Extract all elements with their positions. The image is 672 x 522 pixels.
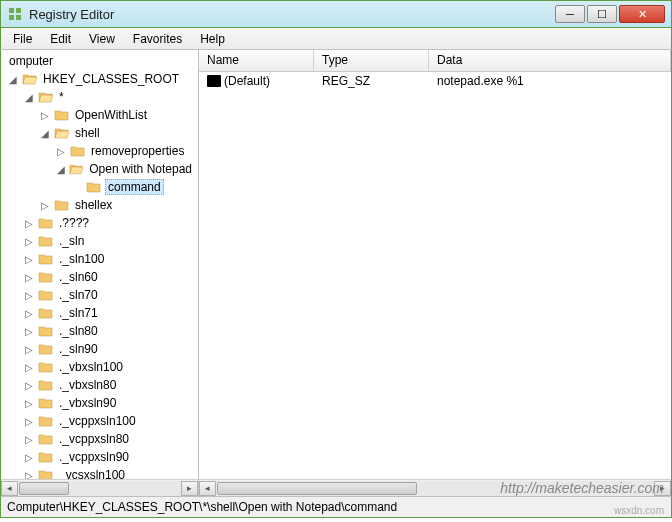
folder-open-icon xyxy=(38,90,54,104)
value-name-cell: (Default) xyxy=(199,74,314,88)
tree-node-ext[interactable]: ▷._sln90 xyxy=(1,340,198,358)
folder-icon xyxy=(54,198,70,212)
menu-help[interactable]: Help xyxy=(192,30,233,48)
expand-icon[interactable]: ▷ xyxy=(23,308,35,319)
menu-view[interactable]: View xyxy=(81,30,123,48)
tree-node-shellex[interactable]: ▷shellex xyxy=(1,196,198,214)
collapse-icon[interactable]: ◢ xyxy=(55,164,66,175)
scroll-right-button[interactable]: ▸ xyxy=(181,481,198,496)
collapse-icon[interactable]: ◢ xyxy=(39,128,51,139)
tree-node-hkcr[interactable]: ◢HKEY_CLASSES_ROOT xyxy=(1,70,198,88)
column-type[interactable]: Type xyxy=(314,50,429,71)
expand-icon[interactable]: ▷ xyxy=(23,272,35,283)
tree-node-ext[interactable]: ▷._sln71 xyxy=(1,304,198,322)
expand-icon[interactable]: ▷ xyxy=(23,434,35,445)
menubar: File Edit View Favorites Help xyxy=(0,28,672,50)
expand-icon[interactable]: ▷ xyxy=(55,146,67,157)
tree-node-command[interactable]: command xyxy=(1,178,198,196)
expand-icon[interactable]: ▷ xyxy=(23,452,35,463)
tree-node-computer[interactable]: omputer xyxy=(1,52,198,70)
menu-edit[interactable]: Edit xyxy=(42,30,79,48)
scroll-right-button[interactable]: ▸ xyxy=(654,481,671,496)
folder-icon xyxy=(38,378,54,392)
main-area: omputer ◢HKEY_CLASSES_ROOT ◢* ▷OpenWithL… xyxy=(0,50,672,496)
tree-node-ext[interactable]: ▷._sln xyxy=(1,232,198,250)
folder-icon xyxy=(38,306,54,320)
folder-icon xyxy=(38,270,54,284)
tree-node-ext[interactable]: ▷._vbxsln90 xyxy=(1,394,198,412)
tree-node-ext[interactable]: ▷._sln70 xyxy=(1,286,198,304)
expand-icon[interactable]: ▷ xyxy=(23,344,35,355)
expand-icon[interactable]: ▷ xyxy=(23,362,35,373)
close-button[interactable]: ✕ xyxy=(619,5,665,23)
folder-open-icon xyxy=(22,72,38,86)
column-data[interactable]: Data xyxy=(429,50,671,71)
scroll-thumb[interactable] xyxy=(217,482,417,495)
tree-node-ext[interactable]: ▷_vcsxsln100 xyxy=(1,466,198,479)
tree-node-ext[interactable]: ▷._sln100 xyxy=(1,250,198,268)
tree-node-ext[interactable]: ▷._vcppxsln80 xyxy=(1,430,198,448)
folder-icon xyxy=(38,342,54,356)
expand-icon[interactable]: ▷ xyxy=(23,290,35,301)
tree-node-openwithnotepad[interactable]: ◢Open with Notepad xyxy=(1,160,198,178)
list-horizontal-scrollbar[interactable]: ◂ ▸ xyxy=(199,479,671,496)
folder-icon xyxy=(38,468,54,479)
folder-icon xyxy=(38,450,54,464)
minimize-button[interactable]: ─ xyxy=(555,5,585,23)
svg-rect-5 xyxy=(16,15,21,20)
scroll-left-button[interactable]: ◂ xyxy=(1,481,18,496)
tree-horizontal-scrollbar[interactable]: ◂ ▸ xyxy=(1,479,198,496)
folder-icon xyxy=(38,252,54,266)
list-header: Name Type Data xyxy=(199,50,671,72)
scroll-left-button[interactable]: ◂ xyxy=(199,481,216,496)
registry-tree[interactable]: omputer ◢HKEY_CLASSES_ROOT ◢* ▷OpenWithL… xyxy=(1,50,198,479)
expand-icon[interactable]: ▷ xyxy=(23,254,35,265)
expand-icon[interactable]: ▷ xyxy=(39,110,51,121)
folder-icon xyxy=(38,288,54,302)
expand-icon[interactable]: ▷ xyxy=(23,218,35,229)
folder-icon xyxy=(38,324,54,338)
scroll-track[interactable] xyxy=(18,481,181,496)
scroll-track[interactable] xyxy=(216,481,654,496)
value-data-cell: notepad.exe %1 xyxy=(429,74,671,88)
expand-icon[interactable]: ▷ xyxy=(23,380,35,391)
expand-icon[interactable]: ▷ xyxy=(39,200,51,211)
tree-node-ext[interactable]: ▷._vbxsln80 xyxy=(1,376,198,394)
expand-icon[interactable]: ▷ xyxy=(23,398,35,409)
expand-icon[interactable]: ▷ xyxy=(23,236,35,247)
tree-node-ext[interactable]: ▷._vbxsln100 xyxy=(1,358,198,376)
tree-node-ext[interactable]: ▷._vcppxsln90 xyxy=(1,448,198,466)
collapse-icon[interactable]: ◢ xyxy=(23,92,35,103)
tree-node-openwithlist[interactable]: ▷OpenWithList xyxy=(1,106,198,124)
tree-node-ext[interactable]: ▷._sln80 xyxy=(1,322,198,340)
menu-file[interactable]: File xyxy=(5,30,40,48)
collapse-icon[interactable]: ◢ xyxy=(7,74,19,85)
tree-node-star[interactable]: ◢* xyxy=(1,88,198,106)
tree-node-ext[interactable]: ▷._sln60 xyxy=(1,268,198,286)
string-value-icon xyxy=(207,74,221,88)
expand-icon[interactable]: ▷ xyxy=(23,416,35,427)
tree-node-ext[interactable]: ▷._vcppxsln100 xyxy=(1,412,198,430)
column-name[interactable]: Name xyxy=(199,50,314,71)
list-body[interactable]: (Default) REG_SZ notepad.exe %1 xyxy=(199,72,671,479)
titlebar: Registry Editor ─ ☐ ✕ xyxy=(0,0,672,28)
scroll-thumb[interactable] xyxy=(19,482,69,495)
folder-icon xyxy=(70,144,86,158)
expand-icon[interactable]: ▷ xyxy=(23,470,35,480)
folder-icon xyxy=(86,180,102,194)
tree-node-removeproperties[interactable]: ▷removeproperties xyxy=(1,142,198,160)
folder-open-icon xyxy=(54,126,70,140)
folder-icon xyxy=(38,360,54,374)
folder-icon xyxy=(54,108,70,122)
maximize-button[interactable]: ☐ xyxy=(587,5,617,23)
svg-rect-4 xyxy=(9,15,14,20)
expand-icon[interactable]: ▷ xyxy=(23,326,35,337)
window-title: Registry Editor xyxy=(29,7,555,22)
menu-favorites[interactable]: Favorites xyxy=(125,30,190,48)
svg-rect-3 xyxy=(16,8,21,13)
list-panel: Name Type Data (Default) REG_SZ notepad.… xyxy=(199,50,671,496)
tree-panel: omputer ◢HKEY_CLASSES_ROOT ◢* ▷OpenWithL… xyxy=(1,50,199,496)
tree-node-ext[interactable]: ▷.???? xyxy=(1,214,198,232)
tree-node-shell[interactable]: ◢shell xyxy=(1,124,198,142)
value-row[interactable]: (Default) REG_SZ notepad.exe %1 xyxy=(199,72,671,90)
